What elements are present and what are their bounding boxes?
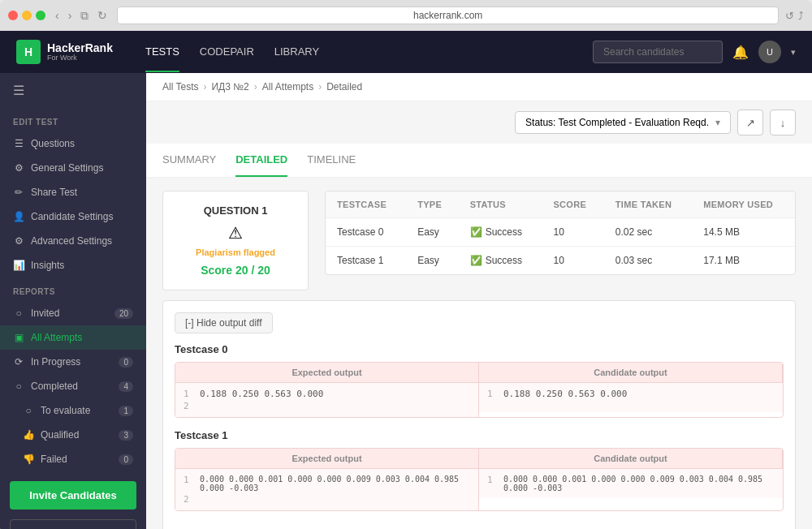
invite-candidates-button[interactable]: Invite Candidates: [10, 481, 136, 510]
try-test-button[interactable]: Try Test: [10, 519, 136, 529]
tab-timeline[interactable]: TIMELINE: [307, 144, 356, 177]
sidebar-item-candidate-settings[interactable]: 👤 Candidate Settings: [0, 204, 146, 229]
testcases-table: TESTCASE TYPE STATUS SCORE TIME TAKEN ME…: [326, 191, 795, 274]
avatar-chevron-icon[interactable]: ▾: [791, 47, 796, 58]
line-content: 0.188 0.250 0.563 0.000: [503, 389, 627, 399]
tabs: SUMMARY DETAILED TIMELINE: [146, 144, 812, 178]
nav-library[interactable]: LIBRARY: [274, 32, 319, 72]
download-button[interactable]: ↓: [770, 110, 796, 135]
sidebar-label-general-settings: General Settings: [31, 162, 103, 174]
sidebar: ☰ EDIT TEST ☰ Questions ⚙ General Settin…: [0, 73, 146, 529]
col-testcase: TESTCASE: [326, 191, 406, 218]
sidebar-item-failed[interactable]: 👎 Failed 0: [0, 447, 146, 471]
search-input[interactable]: [593, 41, 723, 63]
browser-actions: ↺ ⤴: [785, 10, 804, 22]
score-text: Score 20 / 20: [176, 264, 295, 277]
sidebar-label-candidate-settings: Candidate Settings: [31, 211, 113, 222]
output-row: 10.188 0.250 0.563 0.000: [487, 388, 775, 400]
col-score: SCORE: [542, 191, 603, 218]
warning-icon: ⚠: [176, 223, 295, 243]
refresh-button[interactable]: ↻: [94, 9, 110, 23]
invited-badge: 20: [114, 308, 133, 319]
top-nav-links: TESTS CODEPAIR LIBRARY: [145, 32, 319, 72]
logo-name: HackerRank: [47, 42, 113, 54]
nav-tests[interactable]: TESTS: [145, 32, 179, 72]
browser-chrome: ‹ › ⧉ ↻ hackerrank.com ↺ ⤴: [0, 0, 812, 31]
table-row: Testcase 0 Easy ✅Success 10 0.02 sec 14.…: [326, 218, 795, 247]
testcase-0-expected-col: Expected output 10.188 0.250 0.563 0.000…: [175, 363, 479, 417]
sidebar-label-invited: Invited: [31, 308, 59, 319]
testcase-0-candidate-rows: 10.188 0.250 0.563 0.000: [479, 383, 783, 412]
sidebar-item-all-attempts[interactable]: ▣ All Attempts: [0, 325, 146, 350]
to-evaluate-icon: ○: [23, 405, 34, 416]
breadcrumb: All Tests › ИД3 №2 › All Attempts › Deta…: [146, 73, 812, 101]
traffic-lights: [8, 11, 45, 20]
all-attempts-icon: ▣: [13, 332, 24, 343]
tab-summary[interactable]: SUMMARY: [162, 144, 216, 177]
top-nav: H HackerRank For Work TESTS CODEPAIR LIB…: [0, 31, 812, 73]
testcase-1-expected-header: Expected output: [175, 449, 479, 469]
forward-button[interactable]: ›: [65, 9, 76, 23]
sidebar-item-completed[interactable]: ○ Completed 4: [0, 374, 146, 398]
cell-type-1: Easy: [406, 247, 458, 275]
edit-test-section-title: EDIT TEST: [0, 108, 146, 131]
share-icon[interactable]: ⤴: [798, 10, 804, 22]
completed-badge: 4: [119, 381, 133, 392]
line-num: 1: [487, 389, 497, 399]
sidebar-item-invited[interactable]: ○ Invited 20: [0, 301, 146, 325]
sidebar-item-to-evaluate[interactable]: ○ To evaluate 1: [0, 398, 146, 423]
testcase-1-expected-col: Expected output 10.000 0.000 0.001 0.000…: [175, 449, 479, 510]
tab-detailed[interactable]: DETAILED: [235, 144, 287, 177]
hamburger-icon[interactable]: ☰: [0, 73, 146, 108]
export-icon: ↗: [746, 117, 755, 129]
close-button[interactable]: [8, 11, 18, 20]
line-num: 2: [184, 401, 193, 411]
advanced-settings-icon: ⚙: [13, 235, 24, 247]
breadcrumb-test-name[interactable]: ИД3 №2: [211, 81, 248, 92]
line-num: 2: [184, 494, 193, 505]
cell-type-0: Easy: [406, 218, 458, 247]
sidebar-item-share-test[interactable]: ✏ Share Test: [0, 180, 146, 204]
sidebar-label-failed: Failed: [41, 454, 67, 465]
reload-icon[interactable]: ↺: [785, 10, 794, 22]
tab-button[interactable]: ⧉: [77, 9, 92, 23]
sidebar-item-general-settings[interactable]: ⚙ General Settings: [0, 156, 146, 180]
sidebar-item-insights[interactable]: 📊 Insights: [0, 253, 146, 277]
breadcrumb-sep-3: ›: [318, 81, 322, 92]
cell-memory-1: 17.1 MB: [692, 247, 795, 275]
output-row: 10.188 0.250 0.563 0.000: [184, 388, 470, 400]
logo-sub: For Work: [47, 54, 113, 62]
breadcrumb-all-attempts[interactable]: All Attempts: [262, 81, 313, 92]
question-title: QUESTION 1: [176, 204, 295, 217]
breadcrumb-detailed: Detailed: [326, 81, 362, 92]
hide-output-diff-button[interactable]: [-] Hide output diff: [175, 312, 273, 333]
status-dropdown[interactable]: Status: Test Completed - Evaluation Reqd…: [515, 111, 731, 134]
testcase-0-output-grid: Expected output 10.188 0.250 0.563 0.000…: [175, 362, 784, 418]
logo-text: HackerRank For Work: [47, 42, 113, 62]
avatar[interactable]: U: [758, 41, 781, 63]
maximize-button[interactable]: [36, 11, 45, 20]
sidebar-label-all-attempts: All Attempts: [31, 332, 82, 343]
sidebar-label-in-progress: In Progress: [31, 356, 80, 368]
back-button[interactable]: ‹: [52, 9, 63, 23]
questions-icon: ☰: [13, 138, 24, 149]
sidebar-item-questions[interactable]: ☰ Questions: [0, 131, 146, 156]
minimize-button[interactable]: [22, 11, 32, 20]
success-icon-1: ✅: [470, 255, 482, 266]
export-button[interactable]: ↗: [737, 110, 763, 135]
table-row: Testcase 1 Easy ✅Success 10 0.03 sec 17.…: [326, 247, 795, 275]
notifications-bell[interactable]: 🔔: [732, 45, 749, 60]
cell-memory-0: 14.5 MB: [692, 218, 795, 247]
insights-icon: 📊: [13, 260, 24, 271]
in-progress-icon: ⟳: [13, 356, 24, 368]
breadcrumb-all-tests[interactable]: All Tests: [162, 81, 198, 92]
download-icon: ↓: [780, 117, 786, 129]
col-time-taken: TIME TAKEN: [604, 191, 692, 218]
sidebar-label-qualified: Qualified: [41, 429, 79, 441]
sidebar-item-in-progress[interactable]: ⟳ In Progress 0: [0, 350, 146, 374]
sidebar-item-advanced-settings[interactable]: ⚙ Advanced Settings: [0, 229, 146, 253]
address-bar[interactable]: hackerrank.com: [117, 6, 779, 24]
main-layout: ☰ EDIT TEST ☰ Questions ⚙ General Settin…: [0, 73, 812, 529]
sidebar-item-qualified[interactable]: 👍 Qualified 3: [0, 423, 146, 447]
nav-codepair[interactable]: CODEPAIR: [200, 32, 254, 72]
